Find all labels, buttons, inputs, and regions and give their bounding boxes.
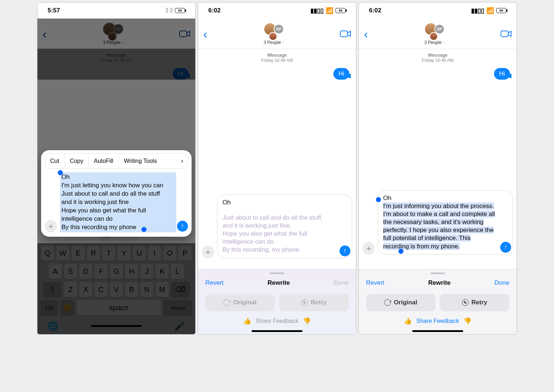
nav-bar: ‹ SP 3 People — [198, 19, 356, 49]
thumb-up-icon[interactable]: 👍 — [404, 317, 412, 325]
compose-area: ＋ Oh I'm just informing you about the pr… — [362, 190, 513, 255]
writing-tools-footer: Revert Rewrite Done Original Retry 👍 Sha… — [359, 269, 517, 334]
message-bubble-out[interactable]: Hi — [333, 68, 349, 80]
share-feedback[interactable]: 👍 Share Feedback 👎 — [198, 312, 356, 329]
selection-handle-end[interactable] — [398, 249, 404, 254]
draft-rewritten-selected: I'm just informing you about the process… — [383, 203, 495, 249]
cell-signal-icon: ▮▮▯▯ — [310, 7, 324, 15]
retry-button[interactable]: Retry — [440, 294, 509, 311]
draft-line-top: Oh — [222, 199, 337, 207]
status-indicators: ▮▮▯▯ 📶 69 — [310, 7, 346, 15]
thread-meta: iMessage Friday 10:49 AM — [359, 53, 517, 63]
send-button[interactable]: ↑ — [500, 242, 511, 253]
thread-content: iMessage Friday 10:49 AM Hi ＋ Oh Just ab… — [198, 49, 356, 269]
original-button[interactable]: Original — [366, 294, 435, 311]
plus-button[interactable]: ＋ — [362, 242, 375, 255]
svg-rect-2 — [501, 31, 508, 37]
share-feedback[interactable]: 👍 Share Feedback 👎 — [359, 312, 517, 329]
ctx-cut[interactable]: Cut — [45, 154, 65, 168]
plus-button[interactable]: ＋ — [202, 246, 214, 258]
writing-tools-footer: Revert Rewrite Done Original Retry 👍 Sha… — [198, 269, 356, 334]
message-input[interactable]: Oh Just about to call and do all the stu… — [217, 195, 352, 258]
message-bubble-out[interactable]: Hi — [494, 68, 510, 80]
revert-button[interactable]: Revert — [205, 279, 224, 287]
nav-subtitle: 3 People — [424, 40, 444, 45]
back-button[interactable]: ‹ — [364, 28, 368, 40]
avatar — [269, 32, 277, 41]
retry-icon — [462, 299, 469, 306]
retry-button[interactable]: Retry — [279, 294, 349, 311]
battery-icon: 69 — [175, 8, 185, 13]
original-icon — [384, 299, 391, 306]
retry-icon — [301, 299, 308, 306]
compose-area: ＋ Oh Just about to call and do all the s… — [202, 195, 352, 258]
wifi-icon: 􀙇 — [170, 7, 173, 14]
wifi-icon: 📶 — [486, 7, 494, 15]
plus-button[interactable]: ＋ — [45, 220, 57, 232]
status-bar: 6:02 ▮▮▯▯ 📶 69 — [359, 3, 517, 19]
svg-rect-1 — [340, 31, 348, 37]
text-context-menu: Cut Copy AutoFill Writing Tools › — [45, 153, 188, 169]
avatar — [429, 32, 438, 41]
thumb-down-icon[interactable]: 👎 — [463, 317, 471, 325]
footer-title: Rewrite — [428, 279, 450, 287]
status-indicators: ▮▮▯▯ 📶 69 — [471, 7, 506, 15]
message-input[interactable]: Oh I'm just informing you about the proc… — [378, 190, 513, 255]
ctx-more[interactable]: › — [177, 153, 188, 168]
status-bar: 5:57 􀙇 􀙇 69 — [37, 3, 195, 19]
cell-signal-icon: 􀙇 — [166, 7, 168, 14]
screenshot-row: 5:57 􀙇 􀙇 69 ‹ SP 3 Peopl — [37, 2, 517, 335]
facetime-button[interactable] — [340, 30, 351, 37]
status-time: 6:02 — [369, 7, 381, 14]
ctx-autofill[interactable]: AutoFill — [89, 154, 119, 168]
status-time: 6:02 — [208, 7, 221, 14]
group-avatars: SP — [264, 23, 284, 39]
nav-center[interactable]: SP 3 People — [424, 23, 445, 45]
original-icon — [224, 299, 230, 306]
back-button[interactable]: ‹ — [203, 28, 207, 40]
home-indicator — [412, 330, 463, 332]
ctx-copy[interactable]: Copy — [65, 154, 89, 168]
ctx-writing-tools[interactable]: Writing Tools — [119, 154, 162, 168]
done-button[interactable]: Done — [494, 279, 509, 287]
screen-2: 6:02 ▮▮▯▯ 📶 69 ‹ SP 3 People — [198, 2, 356, 335]
battery-icon: 69 — [496, 8, 506, 13]
screen-3: 6:02 ▮▮▯▯ 📶 69 ‹ SP 3 People — [358, 2, 517, 335]
group-avatars: SP — [424, 23, 445, 39]
selection-handle-start[interactable] — [376, 197, 381, 202]
thread-meta: iMessage Friday 10:49 AM — [198, 53, 356, 63]
done-button[interactable]: Done — [334, 279, 349, 287]
status-time: 5:57 — [48, 7, 60, 14]
nav-center[interactable]: SP 3 People — [264, 23, 284, 45]
send-button[interactable]: ↑ — [177, 221, 188, 232]
cell-signal-icon: ▮▮▯▯ — [471, 7, 484, 15]
footer-title: Rewrite — [268, 279, 290, 287]
nav-bar: ‹ SP 3 People — [359, 19, 517, 49]
thumb-down-icon[interactable]: 👎 — [303, 317, 311, 325]
context-card: Cut Copy AutoFill Writing Tools › ＋ OhI'… — [41, 150, 192, 237]
draft-faded: Just about to call and do all the stuff,… — [222, 214, 337, 254]
wifi-icon: 📶 — [326, 7, 333, 15]
message-input[interactable]: OhI'm just letting you know how you canJ… — [60, 172, 188, 232]
selection-handle-end[interactable] — [141, 227, 146, 232]
send-button[interactable]: ↑ — [340, 245, 350, 256]
nav-subtitle: 3 People — [264, 40, 284, 45]
selection-handle-start[interactable] — [58, 170, 63, 175]
status-bar: 6:02 ▮▮▯▯ 📶 69 — [198, 3, 356, 19]
facetime-button[interactable] — [501, 30, 511, 37]
draft-text-selected: OhI'm just letting you know how you canJ… — [60, 172, 176, 232]
screen-1: 5:57 􀙇 􀙇 69 ‹ SP 3 Peopl — [37, 2, 196, 335]
status-indicators: 􀙇 􀙇 69 — [166, 7, 185, 14]
original-button[interactable]: Original — [205, 294, 275, 311]
battery-icon: 69 — [336, 8, 346, 13]
thread-content: iMessage Friday 10:49 AM Hi ＋ Oh I'm jus… — [359, 49, 517, 269]
draft-line-top: Oh — [383, 194, 498, 202]
revert-button[interactable]: Revert — [366, 279, 384, 287]
home-indicator — [252, 330, 302, 332]
thumb-up-icon[interactable]: 👍 — [243, 317, 251, 325]
